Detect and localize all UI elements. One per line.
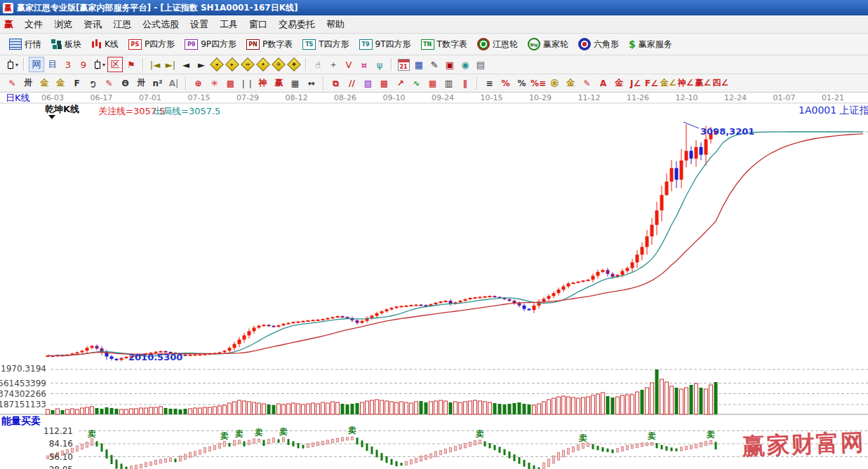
circle-grid-icon[interactable]: Θ: [118, 76, 133, 90]
grid-lines-icon[interactable]: 卅: [21, 76, 36, 90]
mirror-icon[interactable]: A|: [166, 76, 181, 90]
level-list-icon[interactable]: ≡: [482, 76, 497, 90]
next-bar-icon[interactable]: ►: [194, 57, 208, 72]
gold-grid2-icon[interactable]: 金: [53, 76, 68, 90]
shen-angle-icon[interactable]: 神∠: [678, 76, 694, 90]
parallel-icon[interactable]: ∥: [458, 76, 472, 90]
menu-item-江恩[interactable]: 江恩: [107, 17, 137, 32]
system-icon[interactable]: ▤: [474, 57, 488, 72]
wave-tool-icon[interactable]: ψ: [373, 57, 387, 72]
clipboard-icon[interactable]: 目: [46, 57, 60, 72]
diamond-grid-icon[interactable]: ✚: [287, 57, 301, 72]
spiderweb-icon[interactable]: ✳: [207, 76, 222, 90]
prev-bar-icon[interactable]: ◄: [179, 57, 193, 72]
toolbar-button-9P四方形[interactable]: P99P四方形: [180, 36, 241, 53]
win-grid-icon[interactable]: 赢: [272, 76, 286, 90]
nine-candle-icon[interactable]: 9: [76, 57, 91, 72]
single-candle-dropdown[interactable]: ▾: [92, 57, 106, 72]
tick-marks-icon[interactable]: ❘❘: [239, 76, 254, 90]
toolbar-button-江恩轮[interactable]: 江恩轮: [472, 36, 523, 53]
a-frame-icon[interactable]: A: [596, 76, 610, 90]
toolbar-button-P四方形[interactable]: PSP四方形: [123, 36, 180, 53]
crosshair-tool-icon[interactable]: ＋: [326, 57, 340, 72]
title-bar[interactable]: 赢 赢家江恩专业版[赢家内部服务平台] - [上证指数 SH1A0001-167…: [0, 0, 868, 15]
calculator-icon[interactable]: ▦: [412, 57, 426, 72]
arrow-fan-icon[interactable]: ↗: [393, 76, 408, 90]
diamond-left-icon[interactable]: ◂: [210, 57, 224, 72]
skip-first-icon[interactable]: |◄: [148, 57, 162, 72]
toolbar-button-T数字表[interactable]: TNT数字表: [416, 36, 472, 53]
toolbar-button-赢家轮[interactable]: Big赢家轮: [523, 36, 573, 53]
diamond-center-icon[interactable]: ✦: [256, 57, 270, 72]
pen3-icon[interactable]: ✎: [580, 76, 594, 90]
four-angle-icon[interactable]: 四∠: [712, 76, 728, 90]
angle-measure-icon[interactable]: Ⅴ: [342, 57, 356, 72]
svg-text:赢家财富网: 赢家财富网: [741, 428, 865, 460]
spiral-icon[interactable]: ၅: [86, 76, 100, 90]
gann-box-icon[interactable]: ¤: [357, 57, 371, 72]
diamond-right-icon[interactable]: ▸: [225, 57, 239, 72]
percent-red-icon[interactable]: %: [498, 76, 513, 90]
hash2-icon[interactable]: 卅: [134, 76, 149, 90]
square-number-icon[interactable]: n²: [150, 76, 165, 90]
menu-item-文件[interactable]: 文件: [19, 17, 48, 32]
kline-chart-area[interactable]: 06-0306-1707-0107-1507-2908-1208-2609-10…: [0, 93, 868, 469]
network-chart-icon[interactable]: 网: [29, 57, 44, 72]
save-icon[interactable]: ▣: [443, 57, 457, 72]
gold-angle-icon[interactable]: 金∠: [660, 76, 676, 90]
toolbar-button-K线[interactable]: K线: [86, 36, 123, 53]
toolbar-button-T四方形[interactable]: TST四方形: [298, 36, 354, 53]
percent-lines-icon[interactable]: %≡: [530, 76, 546, 90]
menu-item-帮助[interactable]: 帮助: [321, 17, 350, 32]
gold-grid-icon[interactable]: 金: [37, 76, 52, 90]
pen2-icon[interactable]: ✎: [102, 76, 116, 90]
zigzag-icon[interactable]: ∿: [409, 76, 424, 90]
h-measure-icon[interactable]: ↔: [304, 76, 319, 90]
boxed-web-icon[interactable]: ▩: [223, 76, 238, 90]
box-fan-icon[interactable]: ▨: [361, 76, 375, 90]
wheel-blue-icon: [578, 38, 591, 50]
win-angle-icon[interactable]: 赢∠: [695, 76, 712, 90]
diamond-expand-icon[interactable]: ↔: [241, 57, 255, 72]
red-gold-icon[interactable]: 金: [612, 76, 627, 90]
diamond-all-icon[interactable]: ✣: [272, 57, 286, 72]
f-angle-icon[interactable]: F∠: [644, 76, 659, 90]
toolbar-button-板块[interactable]: 板块: [46, 36, 86, 53]
col-grid-icon[interactable]: ▥: [441, 76, 456, 90]
skip-last-icon[interactable]: ►|: [163, 57, 178, 72]
flag-icon[interactable]: ⚑: [124, 57, 138, 72]
menu-item-公式选股[interactable]: 公式选股: [137, 17, 185, 32]
pattern-box-icon[interactable]: ▩: [377, 76, 392, 90]
kline-style-button[interactable]: ▾: [5, 57, 19, 72]
toolbar-button-行情[interactable]: 行情: [4, 36, 46, 53]
gold-levels-icon[interactable]: 金: [563, 76, 578, 90]
menu-item-交易委托[interactable]: 交易委托: [273, 17, 321, 32]
fan-lines-icon[interactable]: ∕∕: [345, 76, 359, 90]
hand-tool-icon[interactable]: ☝: [311, 57, 325, 72]
kline-chart-svg[interactable]: 06-0306-1707-0107-1507-2908-1208-2609-10…: [0, 93, 868, 469]
toolbar-button-赢家服务[interactable]: $赢家服务: [624, 36, 677, 53]
calendar-icon[interactable]: 21: [396, 57, 410, 72]
j-angle-icon[interactable]: J∠: [628, 76, 643, 90]
menu-item-窗口[interactable]: 窗口: [243, 17, 273, 32]
gold-circle-icon[interactable]: ㊎: [547, 76, 562, 90]
memo-icon[interactable]: ✎: [427, 57, 441, 72]
toolbar-button-9T四方形[interactable]: T99T四方形: [354, 36, 416, 53]
menu-item-工具[interactable]: 工具: [214, 17, 243, 32]
box-tool-icon[interactable]: ⧉: [328, 76, 343, 90]
number-grid-icon[interactable]: ▦: [288, 76, 302, 90]
toolbar-button-六角形[interactable]: 六角形: [573, 36, 624, 53]
shen-grid-icon[interactable]: 神: [255, 76, 270, 90]
red-grid-icon[interactable]: ▦: [425, 76, 440, 90]
percent-icon[interactable]: %: [514, 76, 529, 90]
compass-icon[interactable]: ⊕: [191, 76, 206, 90]
fibo-grid-icon[interactable]: F: [69, 76, 84, 90]
toolbar-button-P数字表[interactable]: PNP数字表: [241, 36, 298, 53]
draw-line-icon[interactable]: ✎: [5, 76, 20, 90]
menu-item-浏览[interactable]: 浏览: [48, 17, 78, 32]
three-candle-icon[interactable]: 3: [61, 57, 75, 72]
formula-box-icon[interactable]: 区: [107, 57, 123, 72]
menu-item-资讯[interactable]: 资讯: [78, 17, 107, 32]
export-icon[interactable]: ◉: [458, 57, 472, 72]
menu-item-设置[interactable]: 设置: [185, 17, 214, 32]
